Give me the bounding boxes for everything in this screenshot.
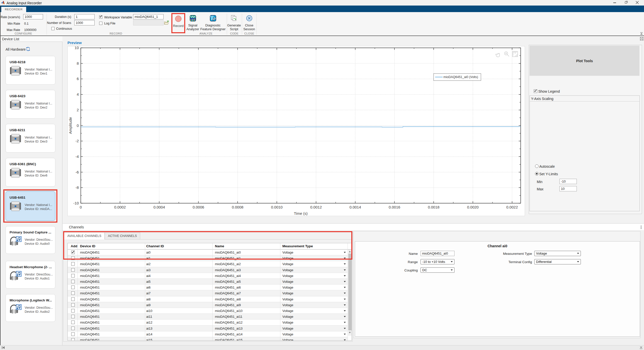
svg-text:-10: -10 [73, 201, 79, 205]
svg-text:0.0010: 0.0010 [271, 205, 283, 209]
svg-text:4: 4 [77, 92, 79, 96]
svg-text:0.0014: 0.0014 [350, 205, 361, 209]
svg-text:Amplitude: Amplitude [68, 117, 72, 134]
svg-text:-2: -2 [75, 139, 79, 143]
svg-text:0.0016: 0.0016 [389, 205, 400, 209]
svg-text:-4: -4 [75, 154, 79, 159]
svg-text:10: 10 [74, 46, 79, 50]
svg-text:0.0004: 0.0004 [154, 205, 165, 209]
svg-text:-8: -8 [75, 185, 79, 190]
svg-text:-6: -6 [75, 170, 79, 174]
svg-text:8: 8 [77, 61, 79, 65]
svg-text:2: 2 [77, 108, 79, 112]
svg-text:0.0008: 0.0008 [232, 205, 243, 209]
svg-text:0.0002: 0.0002 [114, 205, 126, 209]
svg-text:0: 0 [77, 123, 79, 128]
svg-text:6: 6 [77, 77, 79, 81]
svg-text:0.0022: 0.0022 [506, 205, 518, 209]
svg-text:0.0020: 0.0020 [467, 205, 479, 209]
svg-text:0: 0 [80, 205, 82, 209]
svg-text:0.0012: 0.0012 [310, 205, 322, 209]
svg-text:mioDAQ6451_ai0 (Volts): mioDAQ6451_ai0 (Volts) [443, 75, 478, 79]
svg-text:0.0006: 0.0006 [193, 205, 204, 209]
svg-text:0.0018: 0.0018 [428, 205, 439, 209]
svg-text:Time (s): Time (s) [294, 211, 308, 216]
